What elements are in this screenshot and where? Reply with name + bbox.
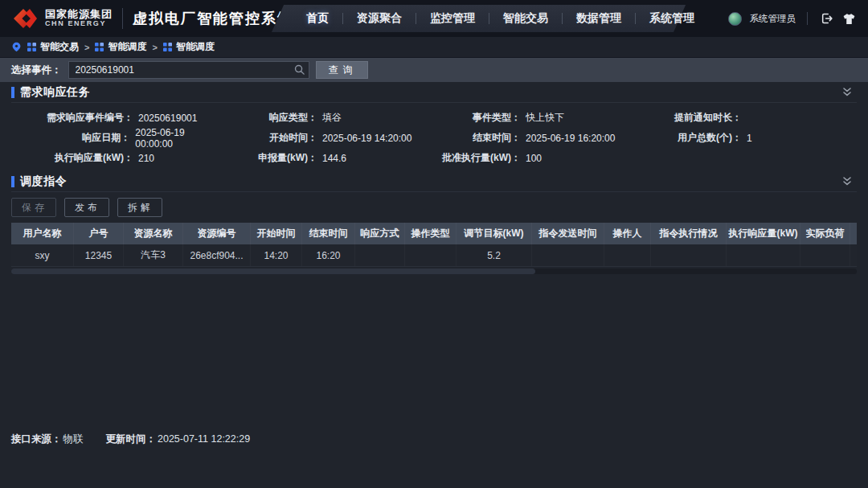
breadcrumb-item-2[interactable]: 智能调度 <box>163 40 215 54</box>
field-label: 提前通知时长： <box>645 111 742 125</box>
grid-icon <box>95 43 104 51</box>
load-line-chart <box>8 297 860 419</box>
section-accent-bar <box>11 87 14 98</box>
page-footer: 接口来源：物联 更新时间：2025-07-11 12:22:29 <box>0 421 868 446</box>
table-header-row: 用户名称户号资源名称资源编号开始时间结束时间响应方式操作类型调节目标(kW)指令… <box>11 223 857 244</box>
nav-item-5[interactable]: 系统管理 <box>636 11 708 26</box>
table-row[interactable]: sxy12345汽车326e8cf904...14:2016:205.2 <box>11 244 857 267</box>
search-icon[interactable] <box>293 64 305 78</box>
column-header-7[interactable]: 操作类型 <box>405 223 457 244</box>
field-value: 1 <box>747 133 752 144</box>
field-value: 100 <box>526 153 542 164</box>
cell: 26e8cf904... <box>183 244 251 266</box>
field-label: 事件类型： <box>434 111 521 125</box>
grid-icon <box>163 43 172 51</box>
column-header-13[interactable]: 实际负荷 <box>800 223 850 244</box>
dispatch-title: 调度指令 <box>20 174 67 189</box>
breadcrumb-label: 智能交易 <box>40 40 79 54</box>
task-field-4: 响应日期：2025-06-19 00:00:00 <box>11 128 223 148</box>
nav-item-4[interactable]: 数据管理 <box>563 11 635 26</box>
task-field-6: 结束时间：2025-06-19 16:20:00 <box>434 128 645 148</box>
collapse-chevron-icon[interactable] <box>842 87 852 100</box>
nav-item-3[interactable]: 智能交易 <box>489 11 562 26</box>
field-value: 2025-06-19 00:00:00 <box>135 127 223 150</box>
nav-item-1[interactable]: 资源聚合 <box>343 11 416 26</box>
theme-icon[interactable] <box>841 11 857 27</box>
field-value: 快上快下 <box>526 111 564 125</box>
column-header-3[interactable]: 资源编号 <box>183 223 251 244</box>
column-header-1[interactable]: 户号 <box>74 223 124 244</box>
nav-item-2[interactable]: 监控管理 <box>416 11 489 26</box>
task-field-2: 事件类型：快上快下 <box>434 108 645 128</box>
top-header: 国家能源集团 CHN ENERGY 虚拟电厂智能管控系统 首页资源聚合监控管理智… <box>0 0 868 37</box>
field-label: 响应日期： <box>11 131 130 145</box>
column-header-6[interactable]: 响应方式 <box>355 223 405 244</box>
event-select-input[interactable] <box>68 61 309 79</box>
field-value: 填谷 <box>322 111 342 125</box>
demand-response-title: 需求响应任务 <box>20 85 90 100</box>
column-header-5[interactable]: 结束时间 <box>302 223 355 244</box>
brand-name-cn: 国家能源集团 <box>45 9 113 20</box>
field-value: 144.6 <box>322 153 346 164</box>
column-header-11[interactable]: 指令执行情况 <box>651 223 727 244</box>
publish-button[interactable]: 发布 <box>64 198 109 217</box>
location-pin-icon <box>11 41 22 53</box>
task-field-9: 申报量(kW)：144.6 <box>223 148 434 168</box>
task-field-0: 需求响应事件编号：20250619001 <box>11 108 223 128</box>
column-header-10[interactable]: 操作人 <box>604 223 651 244</box>
column-header-2[interactable]: 资源名称 <box>124 223 183 244</box>
realtime-tracking-chart <box>0 281 868 421</box>
app-title: 虚拟电厂智能管控系统 <box>133 9 293 28</box>
column-header-14[interactable]: 执行 <box>850 223 857 244</box>
cell <box>800 244 850 266</box>
field-label: 批准执行量(kW)： <box>434 151 521 165</box>
breadcrumb-item-0[interactable]: 智能交易 <box>27 40 79 54</box>
cell <box>651 244 727 266</box>
event-select-label: 选择事件： <box>11 64 62 77</box>
task-field-3: 提前通知时长： <box>645 108 857 128</box>
field-value: 2025-06-19 16:20:00 <box>526 133 615 144</box>
breadcrumb-separator: > <box>84 43 89 52</box>
field-value: 20250619001 <box>138 113 197 124</box>
task-field-10: 批准执行量(kW)：100 <box>434 148 645 168</box>
dispatch-table: 用户名称户号资源名称资源编号开始时间结束时间响应方式操作类型调节目标(kW)指令… <box>11 223 857 267</box>
source-label: 接口来源： <box>11 433 62 445</box>
cell <box>532 244 604 266</box>
cell <box>405 244 457 266</box>
cell <box>850 244 857 266</box>
table-horizontal-scrollbar[interactable] <box>11 269 857 274</box>
column-header-12[interactable]: 执行响应量(kW) <box>727 223 800 244</box>
column-header-9[interactable]: 指令发送时间 <box>532 223 604 244</box>
nav-item-0[interactable]: 首页 <box>293 11 342 26</box>
dispatch-section: 调度指令 保存发布拆解 用户名称户号资源名称资源编号开始时间结束时间响应方式操作… <box>0 171 868 274</box>
cell: 5.2 <box>457 244 532 266</box>
field-label: 申报量(kW)： <box>223 151 317 165</box>
column-header-8[interactable]: 调节目标(kW) <box>457 223 532 244</box>
user-avatar[interactable] <box>728 12 742 26</box>
task-field-11 <box>645 148 857 168</box>
main-nav: 首页资源聚合监控管理智能交易数据管理系统管理 <box>272 5 723 32</box>
column-header-4[interactable]: 开始时间 <box>251 223 302 244</box>
cell: 16:20 <box>302 244 355 266</box>
split-button[interactable]: 拆解 <box>117 198 162 217</box>
breadcrumb-item-1[interactable]: 智能调度 <box>95 40 146 54</box>
breadcrumb-label: 智能调度 <box>108 40 146 54</box>
chn-energy-logo-icon <box>11 6 39 31</box>
collapse-chevron-icon[interactable] <box>842 176 852 189</box>
source-value: 物联 <box>63 433 84 445</box>
event-filter-bar: 选择事件： 查询 <box>0 58 868 82</box>
field-value: 210 <box>138 153 154 164</box>
field-label: 结束时间： <box>434 131 521 145</box>
field-value: 2025-06-19 14:20:00 <box>322 133 411 144</box>
column-header-0[interactable]: 用户名称 <box>11 223 74 244</box>
breadcrumb-separator: > <box>152 43 157 52</box>
cell <box>604 244 651 266</box>
update-time-value: 2025-07-11 12:22:29 <box>158 433 250 445</box>
task-field-7: 用户总数(个)：1 <box>645 128 857 148</box>
scrollbar-thumb[interactable] <box>11 269 535 274</box>
query-button[interactable]: 查询 <box>316 61 368 79</box>
cell: 汽车3 <box>124 244 183 266</box>
save-button: 保存 <box>11 198 56 217</box>
header-vertical-divider <box>807 12 808 25</box>
logout-icon[interactable] <box>819 11 833 26</box>
